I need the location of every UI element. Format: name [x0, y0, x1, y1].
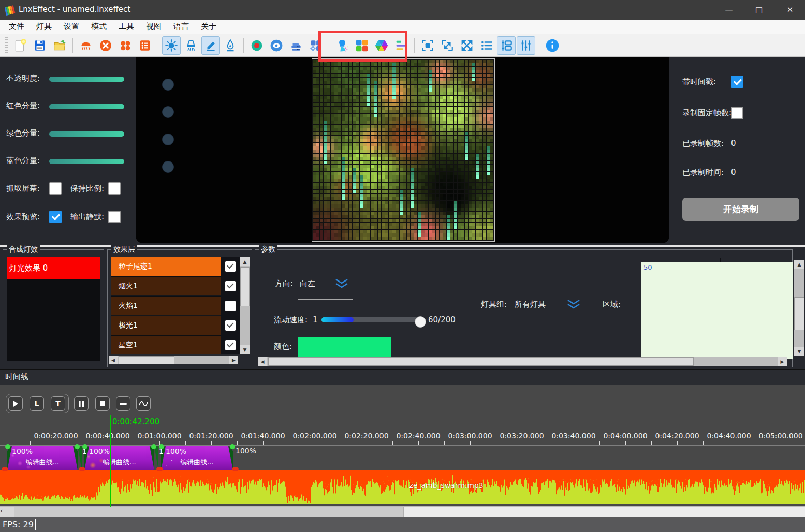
chevron-double-down-icon[interactable] — [566, 299, 581, 311]
scroll-right-icon[interactable]: ▶ — [229, 356, 238, 364]
scroll-up-icon[interactable]: ▲ — [240, 257, 250, 266]
layer-row[interactable]: 极光1 — [111, 316, 221, 335]
slider-knob[interactable] — [162, 79, 174, 91]
open-folder-icon[interactable] — [50, 36, 69, 55]
clip-handle-dot[interactable] — [230, 444, 235, 449]
audio-track[interactable]: ze_amb_swarm.mp3 — [0, 470, 805, 504]
area-textarea[interactable]: 50 — [641, 262, 793, 359]
layer-checkbox[interactable] — [225, 261, 236, 272]
device-icon[interactable] — [287, 36, 305, 55]
layer-row[interactable]: 火焰1 — [111, 297, 221, 316]
sun-icon[interactable] — [162, 36, 181, 55]
playhead[interactable] — [110, 415, 111, 507]
slider-knob[interactable] — [162, 106, 174, 118]
clip-handle-dot[interactable] — [151, 444, 156, 449]
toolbar-grip[interactable] — [5, 37, 8, 54]
modules-gear-icon[interactable] — [306, 36, 325, 55]
slider-track[interactable] — [49, 104, 124, 109]
slider-knob[interactable] — [162, 161, 174, 173]
scroll-left-icon[interactable]: ◀ — [258, 357, 267, 366]
paint-brush-icon[interactable] — [333, 36, 352, 55]
scroll-thumb[interactable] — [119, 356, 174, 364]
pencil-icon[interactable] — [201, 36, 220, 55]
clip-handle-dot[interactable] — [159, 444, 164, 449]
play-button[interactable] — [8, 396, 23, 411]
timeline-hscrollbar[interactable]: ‹ — [0, 506, 805, 517]
pen-icon[interactable] — [221, 36, 240, 55]
layers-hscrollbar[interactable]: ◀ ▶ — [109, 356, 238, 364]
fade-handle-dot[interactable] — [79, 467, 85, 471]
preview-checkbox[interactable] — [49, 211, 62, 223]
fixture-group-value[interactable]: 所有灯具 — [515, 300, 546, 309]
scroll-down-icon[interactable]: ▼ — [794, 347, 804, 356]
panel-list-icon[interactable] — [497, 36, 516, 55]
close-button[interactable]: ✕ — [778, 0, 802, 20]
color-wheel-icon[interactable] — [372, 36, 391, 55]
lamp-icon[interactable] — [77, 36, 95, 55]
menu-item-5[interactable]: 视图 — [141, 21, 166, 33]
params-hscrollbar[interactable]: ◀ ▶ — [258, 357, 787, 366]
layers-vscrollbar[interactable]: ▲ ▼ — [240, 257, 250, 354]
new-file-icon[interactable] — [11, 36, 30, 55]
clip-handle-dot[interactable] — [82, 444, 87, 449]
slider-knob[interactable] — [162, 134, 174, 145]
scroll-thumb[interactable] — [14, 507, 404, 518]
layer-checkbox[interactable] — [225, 340, 236, 350]
info-icon[interactable] — [543, 36, 562, 55]
shade-lamp-icon[interactable] — [182, 36, 200, 55]
color-swatch[interactable] — [298, 337, 391, 357]
pause-button[interactable] — [74, 396, 89, 411]
scroll-thumb[interactable] — [794, 297, 804, 330]
clip-handle-dot[interactable] — [75, 444, 80, 449]
loop-button[interactable]: L — [30, 396, 44, 411]
layer-checkbox[interactable] — [225, 281, 236, 291]
menu-item-3[interactable]: 模式 — [86, 21, 111, 33]
scroll-right-icon[interactable]: ▶ — [778, 357, 787, 366]
color-squares-icon[interactable] — [353, 36, 371, 55]
layer-row[interactable]: 烟火1 — [111, 277, 221, 296]
timeline-clip[interactable]: 100%编辑曲线... — [161, 446, 233, 470]
preview-checkbox[interactable] — [108, 211, 121, 223]
layer-checkbox[interactable] — [225, 320, 236, 331]
compose-item[interactable]: 灯光效果 0 — [7, 257, 100, 279]
curve-button[interactable] — [136, 396, 151, 411]
preview-checkbox[interactable] — [49, 182, 62, 195]
fixed-frames-checkbox[interactable] — [731, 107, 743, 119]
stop-button[interactable] — [95, 396, 110, 411]
resize-icon[interactable] — [438, 36, 457, 55]
eye-icon[interactable] — [267, 36, 286, 55]
bullet-list-icon[interactable] — [477, 36, 496, 55]
start-record-button[interactable]: 开始录制 — [682, 198, 799, 221]
color-bars-icon[interactable] — [392, 36, 411, 55]
scroll-left-icon[interactable]: ◀ — [109, 356, 118, 364]
area-vscrollbar[interactable]: ▲ ▼ — [794, 260, 804, 356]
direction-value[interactable]: 向左 — [300, 279, 315, 289]
time-button[interactable]: T — [51, 396, 65, 411]
layer-row[interactable]: 粒子尾迹1 — [111, 257, 221, 276]
scroll-thumb[interactable] — [240, 267, 250, 306]
slider-track[interactable] — [49, 131, 124, 137]
timestamp-checkbox[interactable] — [731, 76, 743, 88]
menu-item-7[interactable]: 关于 — [196, 21, 221, 33]
preview-checkbox[interactable] — [108, 182, 121, 195]
record-icon[interactable] — [247, 36, 266, 55]
fade-handle-dot[interactable] — [2, 467, 8, 471]
menu-item-1[interactable]: 灯具 — [32, 21, 56, 33]
menu-item-6[interactable]: 语言 — [169, 21, 194, 33]
remove-button[interactable] — [116, 396, 130, 411]
menu-item-2[interactable]: 设置 — [59, 21, 84, 33]
expand-icon[interactable] — [458, 36, 476, 55]
scroll-up-icon[interactable]: ▲ — [794, 260, 804, 269]
clip-handle-dot[interactable] — [5, 444, 10, 449]
chevron-double-down-icon[interactable] — [334, 278, 349, 290]
fade-handle-dot[interactable] — [232, 467, 239, 471]
timeline-clip[interactable]: 100%编辑曲线... — [84, 446, 154, 470]
save-icon[interactable] — [31, 36, 49, 55]
menu-item-4[interactable]: 工具 — [114, 21, 139, 33]
scroll-down-icon[interactable]: ▼ — [240, 345, 250, 354]
scroll-left-icon[interactable]: ‹ — [0, 507, 14, 518]
checklist-icon[interactable] — [136, 36, 154, 55]
layer-checkbox[interactable] — [225, 301, 236, 311]
fade-handle-dot[interactable] — [156, 467, 163, 471]
dots-icon[interactable] — [116, 36, 135, 55]
